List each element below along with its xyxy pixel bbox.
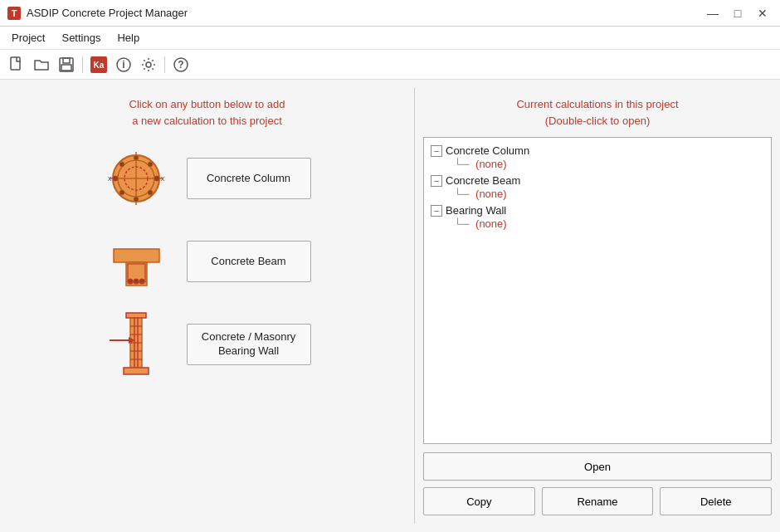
right-panel: Current calculations in this project (Do…	[423, 88, 772, 524]
menu-help[interactable]: Help	[109, 29, 148, 46]
svg-point-30	[128, 279, 133, 284]
menu-project[interactable]: Project	[3, 29, 53, 46]
window-title: ASDIP Concrete Project Manager	[27, 7, 188, 19]
svg-rect-4	[63, 58, 70, 63]
svg-text:x: x	[161, 174, 165, 183]
toolbar: Ka i ?	[0, 50, 780, 80]
concrete-column-button[interactable]: Concrete Column	[187, 158, 311, 199]
svg-text:Ka: Ka	[94, 61, 105, 70]
bearing-wall-item: Concrete / Masonry Bearing Wall	[104, 311, 311, 378]
toolbar-separator-2	[164, 56, 165, 73]
close-button[interactable]: ✕	[752, 4, 773, 22]
rename-button[interactable]: Rename	[542, 487, 654, 515]
svg-text:i: i	[122, 59, 124, 71]
svg-text:T: T	[12, 8, 17, 18]
svg-rect-35	[124, 368, 149, 374]
title-left: T ASDIP Concrete Project Manager	[7, 6, 188, 21]
toolbar-separator-1	[82, 56, 83, 73]
title-controls: — □ ✕	[702, 4, 773, 22]
svg-point-31	[134, 279, 139, 284]
info-button[interactable]: i	[112, 53, 135, 76]
save-icon	[58, 56, 75, 73]
gear-icon	[140, 56, 157, 73]
svg-point-22	[119, 190, 124, 195]
concrete-column-item: x x Concrete Column	[104, 145, 311, 212]
ka-icon: Ka	[90, 56, 108, 74]
tree-group-beam: − Concrete Beam └─ (none)	[431, 174, 764, 201]
instruction-text: Click on any button below to add a new c…	[129, 96, 285, 129]
minimize-button[interactable]: —	[702, 4, 724, 22]
svg-text:x: x	[108, 174, 112, 183]
concrete-beam-item: Concrete Beam	[104, 228, 311, 295]
delete-button[interactable]: Delete	[660, 487, 772, 515]
tree-expand-beam[interactable]: −	[431, 175, 442, 187]
tree-expand-column[interactable]: −	[431, 145, 442, 157]
left-panel: Click on any button below to add a new c…	[8, 88, 406, 524]
open-file-button[interactable]	[30, 53, 53, 76]
concrete-beam-button[interactable]: Concrete Beam	[187, 241, 311, 282]
bearing-wall-button[interactable]: Concrete / Masonry Bearing Wall	[187, 324, 311, 365]
svg-text:?: ?	[178, 59, 183, 71]
svg-rect-2	[11, 57, 20, 70]
wall-icon	[105, 311, 168, 378]
bottom-action-buttons: Copy Rename Delete	[423, 487, 772, 515]
menu-bar: Project Settings Help	[0, 27, 780, 50]
svg-point-10	[146, 62, 151, 67]
svg-point-20	[134, 155, 139, 160]
svg-rect-5	[61, 65, 71, 71]
tree-group-wall: − Bearing Wall └─ (none)	[431, 204, 764, 231]
column-icon-area: x x	[104, 145, 170, 212]
new-icon	[8, 56, 25, 73]
beam-icon-area	[104, 228, 170, 295]
svg-point-24	[148, 190, 153, 195]
save-file-button[interactable]	[55, 53, 78, 76]
title-bar: T ASDIP Concrete Project Manager — □ ✕	[0, 0, 780, 27]
calculation-tree[interactable]: − Concrete Column └─ (none) − Concrete B…	[423, 137, 772, 444]
help-button[interactable]: ?	[169, 53, 193, 76]
wall-icon-area	[104, 311, 170, 378]
svg-point-26	[154, 176, 159, 181]
column-icon: x x	[105, 148, 168, 210]
ka-button[interactable]: Ka	[87, 53, 110, 76]
panel-divider	[414, 88, 415, 524]
beam-icon	[105, 231, 168, 293]
info-icon: i	[115, 56, 132, 73]
svg-rect-28	[114, 249, 159, 262]
open-icon	[33, 56, 50, 73]
tree-item-column[interactable]: − Concrete Column	[431, 144, 764, 157]
tree-item-wall[interactable]: − Bearing Wall	[431, 204, 764, 217]
right-panel-title: Current calculations in this project (Do…	[423, 96, 772, 129]
svg-point-25	[113, 176, 118, 181]
tree-child-column-none[interactable]: └─ (none)	[454, 157, 764, 171]
copy-button[interactable]: Copy	[423, 487, 535, 515]
tree-child-beam-none[interactable]: └─ (none)	[454, 187, 764, 201]
main-content: Click on any button below to add a new c…	[0, 80, 780, 532]
maximize-button[interactable]: □	[727, 4, 748, 22]
tree-group-column: − Concrete Column └─ (none)	[431, 144, 764, 171]
svg-point-19	[119, 162, 124, 167]
tree-item-beam[interactable]: − Concrete Beam	[431, 174, 764, 187]
help-icon: ?	[173, 56, 189, 73]
menu-settings[interactable]: Settings	[53, 29, 109, 46]
open-button[interactable]: Open	[423, 452, 772, 481]
settings-gear-button[interactable]	[137, 53, 160, 76]
new-file-button[interactable]	[5, 53, 28, 76]
app-icon: T	[7, 6, 22, 21]
svg-rect-36	[126, 313, 146, 318]
svg-point-32	[139, 279, 144, 284]
tree-child-wall-none[interactable]: └─ (none)	[454, 217, 764, 231]
tree-expand-wall[interactable]: −	[431, 205, 442, 217]
svg-point-21	[148, 162, 153, 167]
svg-point-23	[134, 197, 139, 202]
